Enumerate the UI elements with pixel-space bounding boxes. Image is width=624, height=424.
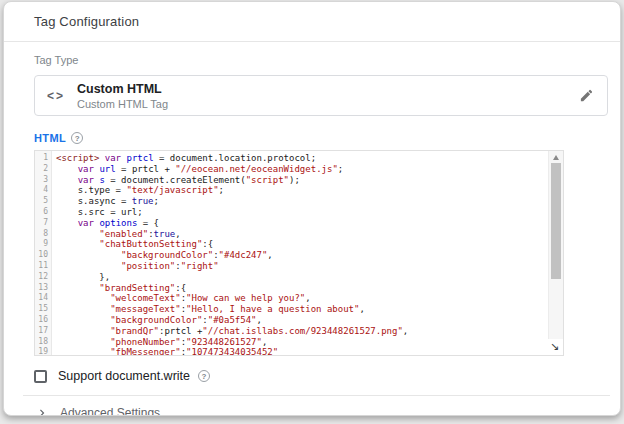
code-line: s.type = "text/javascript"; [56, 185, 563, 196]
line-number: 10 [35, 250, 48, 261]
page-title: Tag Configuration [34, 14, 139, 29]
code-line: s.async = true; [56, 196, 563, 207]
code-line: var url = prtcl + "//eocean.net/eoceanWi… [56, 164, 563, 175]
code-line: "backgroundColor":"#0a5f54", [56, 315, 563, 326]
expand-editor-icon[interactable]: ↘ [548, 340, 561, 353]
tag-type-card[interactable]: <> Custom HTML Custom HTML Tag [34, 75, 608, 116]
line-number: 4 [35, 185, 48, 196]
code-line: "brandQr":prtcl +"//chat.isllabs.com/923… [56, 326, 563, 337]
code-line: var options = { [56, 218, 563, 229]
code-line: var s = document.createElement("script")… [56, 175, 563, 186]
edit-tag-type-button[interactable] [579, 88, 594, 103]
advanced-settings-label: Advanced Settings [60, 406, 160, 417]
pencil-icon [579, 88, 594, 103]
code-line: "brandSetting":{ [56, 283, 563, 294]
line-number: 12 [35, 272, 48, 283]
line-number: 17 [35, 326, 48, 337]
line-number: 2 [35, 164, 48, 175]
line-number: 15 [35, 304, 48, 315]
tag-type-description: Custom HTML Tag [77, 98, 579, 110]
line-number: 18 [35, 337, 48, 348]
code-line: "chatButtonSetting":{ [56, 239, 563, 250]
editor-scrollbar[interactable] [548, 151, 563, 339]
html-help-icon[interactable]: ? [71, 132, 83, 144]
code-line: s.src = url; [56, 207, 563, 218]
scrollbar-thumb[interactable] [551, 163, 561, 279]
chevron-right-icon [35, 406, 49, 417]
editor-gutter: 12345678910111213141516171819 [35, 151, 52, 355]
dialog-body: Tag Type <> Custom HTML Custom HTML Tag … [4, 42, 620, 416]
line-number: 13 [35, 283, 48, 294]
line-number: 11 [35, 261, 48, 272]
code-line: "enabled":true, [56, 229, 563, 240]
support-document-write-checkbox[interactable] [34, 370, 47, 383]
html-code-editor[interactable]: 12345678910111213141516171819 <script> v… [34, 150, 564, 356]
line-number: 8 [35, 229, 48, 240]
line-number: 14 [35, 293, 48, 304]
code-line: "messageText":"Hello, I have a question … [56, 304, 563, 315]
html-field-label: HTML [34, 132, 66, 144]
code-line: "fbMessenger":"107473434035452" [56, 347, 563, 355]
tag-type-texts: Custom HTML Custom HTML Tag [77, 82, 579, 110]
line-number: 3 [35, 175, 48, 186]
document-write-help-icon[interactable]: ? [198, 370, 210, 382]
code-line: "welcomeText":"How can we help you?", [56, 293, 563, 304]
line-number: 1 [35, 153, 48, 164]
html-field-header: HTML ? [34, 132, 608, 144]
advanced-settings-row[interactable]: Advanced Settings [34, 396, 608, 416]
line-number: 5 [35, 196, 48, 207]
line-number: 9 [35, 239, 48, 250]
tag-configuration-dialog: Tag Configuration Tag Type <> Custom HTM… [3, 1, 621, 416]
support-document-write-label: Support document.write [58, 369, 190, 383]
line-number: 19 [35, 347, 48, 356]
editor-code[interactable]: <script> var prtcl = document.location.p… [52, 151, 563, 355]
support-document-write-row: Support document.write ? [34, 369, 608, 383]
scrollbar-up-icon[interactable] [553, 155, 559, 160]
tag-type-name: Custom HTML [77, 82, 579, 96]
code-line: "backgroundColor":"#4dc247", [56, 250, 563, 261]
tag-type-label: Tag Type [34, 54, 608, 66]
line-number: 7 [35, 218, 48, 229]
code-line: "phoneNumber":"923448261527", [56, 337, 563, 348]
code-line: "position":"right" [56, 261, 563, 272]
dialog-header: Tag Configuration [4, 2, 620, 42]
code-line: }, [56, 272, 563, 283]
line-number: 6 [35, 207, 48, 218]
line-number: 16 [35, 315, 48, 326]
custom-html-icon: <> [35, 89, 77, 103]
code-line: <script> var prtcl = document.location.p… [56, 153, 563, 164]
